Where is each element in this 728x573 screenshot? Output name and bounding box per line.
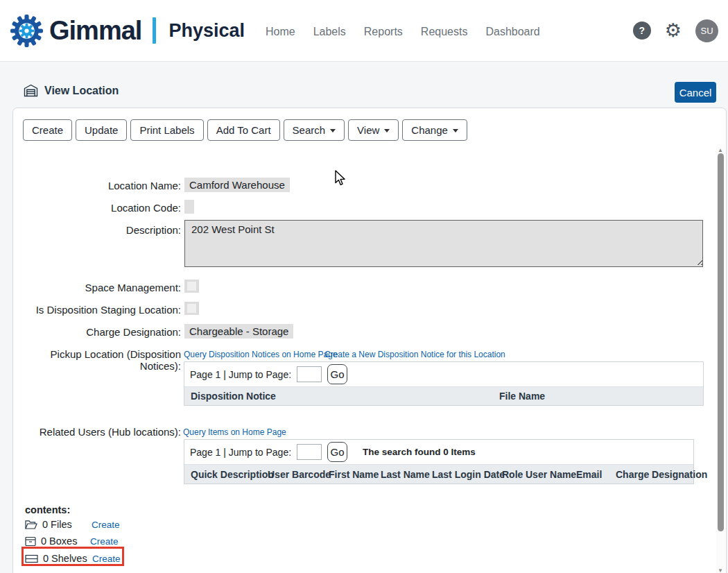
- brand-logo: Gimmal Physical: [10, 14, 245, 48]
- col-user-barcode: User Barcode: [268, 469, 331, 480]
- disposition-notices-table: Page 1 | Jump to Page: Go Disposition No…: [184, 361, 704, 406]
- change-dropdown-button[interactable]: Change: [402, 119, 467, 141]
- print-labels-button[interactable]: Print Labels: [130, 119, 203, 141]
- col-disposition-notice: Disposition Notice: [191, 391, 276, 402]
- nav-requests[interactable]: Requests: [421, 26, 468, 38]
- gimmal-gear-logo-icon: [10, 14, 44, 48]
- location-name-label: Location Name:: [13, 180, 181, 191]
- search-dropdown-button[interactable]: Search: [284, 119, 345, 141]
- nav-reports[interactable]: Reports: [364, 26, 403, 38]
- col-last-name: Last Name: [381, 469, 430, 480]
- nav-dashboard[interactable]: Dashboard: [485, 26, 539, 38]
- view-dropdown-button[interactable]: View: [348, 119, 399, 141]
- pickup-location-label: Pickup Location (Disposition Notices):: [13, 348, 181, 372]
- description-label: Description:: [13, 224, 181, 236]
- boxes-row: 0 Boxes Create: [25, 534, 119, 548]
- query-disposition-notices-link[interactable]: Query Disposition Notices on Home Page: [184, 350, 337, 359]
- scroll-up-arrow-icon[interactable]: ▲: [716, 146, 725, 153]
- boxes-count: 0 Boxes: [41, 536, 85, 547]
- help-icon[interactable]: ?: [633, 22, 651, 40]
- nav-labels[interactable]: Labels: [313, 26, 346, 38]
- col-quick-description: Quick Description: [191, 469, 274, 480]
- caret-down-icon: [330, 129, 336, 132]
- location-code-value: [184, 200, 194, 214]
- go-button[interactable]: Go: [327, 364, 347, 384]
- charge-designation-label: Charge Designation:: [13, 326, 181, 338]
- shelves-row: 0 Shelves Create: [25, 551, 121, 565]
- files-count: 0 Files: [42, 519, 87, 530]
- shelf-icon: [25, 554, 38, 563]
- col-last-login-date: Last Login Date: [432, 469, 505, 480]
- folder-icon: [25, 520, 37, 530]
- brand-name: Gimmal: [49, 16, 141, 46]
- app-header: Gimmal Physical Home Labels Reports Requ…: [0, 0, 728, 62]
- jump-to-page-input[interactable]: [297, 444, 322, 460]
- location-code-label: Location Code:: [13, 202, 181, 214]
- main-nav: Home Labels Reports Requests Dashboard: [266, 26, 540, 38]
- add-to-cart-button[interactable]: Add To Cart: [207, 119, 280, 141]
- contents-label: contents:: [25, 504, 70, 515]
- disposition-pager: Page 1 | Jump to Page: Go: [184, 362, 703, 386]
- col-first-name: First Name: [329, 469, 379, 480]
- create-box-link[interactable]: Create: [90, 536, 119, 547]
- brand-product: Physical: [168, 20, 245, 42]
- col-charge-designation: Charge Designation: [616, 469, 707, 480]
- pager-text: Page 1 | Jump to Page:: [190, 369, 291, 380]
- page-title: View Location: [44, 85, 119, 97]
- settings-gear-icon[interactable]: ⚙: [665, 22, 682, 40]
- pager-text: Page 1 | Jump to Page:: [190, 447, 291, 458]
- related-users-pager: Page 1 | Jump to Page: Go The search fou…: [184, 440, 693, 464]
- update-button[interactable]: Update: [76, 119, 127, 141]
- brand-divider: [153, 17, 156, 44]
- scroll-down-arrow-icon[interactable]: ▼: [716, 567, 725, 573]
- caret-down-icon: [384, 129, 390, 132]
- box-icon: [25, 536, 36, 547]
- disposition-table-header: Disposition Notice File Name: [184, 386, 703, 405]
- space-management-label: Space Management:: [13, 282, 181, 293]
- create-shelf-link[interactable]: Create: [92, 554, 121, 564]
- shelves-count: 0 Shelves: [43, 553, 87, 564]
- scrollbar-thumb[interactable]: [718, 153, 724, 531]
- vertical-scrollbar[interactable]: ▲ ▼: [716, 144, 725, 573]
- search-result-count: The search found 0 Items: [363, 447, 476, 457]
- related-users-label: Related Users (Hub locations):: [13, 426, 181, 438]
- jump-to-page-input[interactable]: [297, 366, 322, 382]
- create-button[interactable]: Create: [23, 119, 72, 141]
- charge-designation-value: Chargeable - Storage: [184, 324, 293, 339]
- nav-home[interactable]: Home: [266, 26, 295, 38]
- query-items-link[interactable]: Query Items on Home Page: [183, 427, 286, 437]
- user-avatar[interactable]: SU: [695, 19, 718, 42]
- related-users-table: Page 1 | Jump to Page: Go The search fou…: [184, 439, 694, 484]
- location-name-value: Camford Warehouse: [184, 178, 290, 192]
- space-management-checkbox[interactable]: [184, 280, 199, 293]
- col-email: Email: [576, 469, 602, 480]
- related-users-table-header: Quick Description User Barcode First Nam…: [184, 464, 693, 484]
- col-file-name: File Name: [499, 391, 545, 402]
- go-button[interactable]: Go: [327, 442, 347, 462]
- col-role: Role: [502, 469, 523, 480]
- files-row: 0 Files Create: [25, 518, 120, 531]
- create-disposition-notice-link[interactable]: Create a New Disposition Notice for this…: [324, 350, 505, 359]
- cancel-button[interactable]: Cancel: [675, 82, 716, 103]
- description-textarea[interactable]: 202 West Point St: [184, 220, 703, 267]
- action-toolbar: Create Update Print Labels Add To Cart S…: [23, 119, 467, 141]
- col-user-name: User Name: [526, 469, 576, 480]
- caret-down-icon: [453, 129, 458, 132]
- disposition-staging-checkbox[interactable]: [184, 302, 199, 315]
- disposition-staging-label: Is Disposition Staging Location:: [13, 304, 181, 316]
- warehouse-icon: [24, 84, 38, 97]
- view-location-panel: Create Update Print Labels Add To Cart S…: [12, 108, 727, 573]
- create-file-link[interactable]: Create: [92, 520, 120, 530]
